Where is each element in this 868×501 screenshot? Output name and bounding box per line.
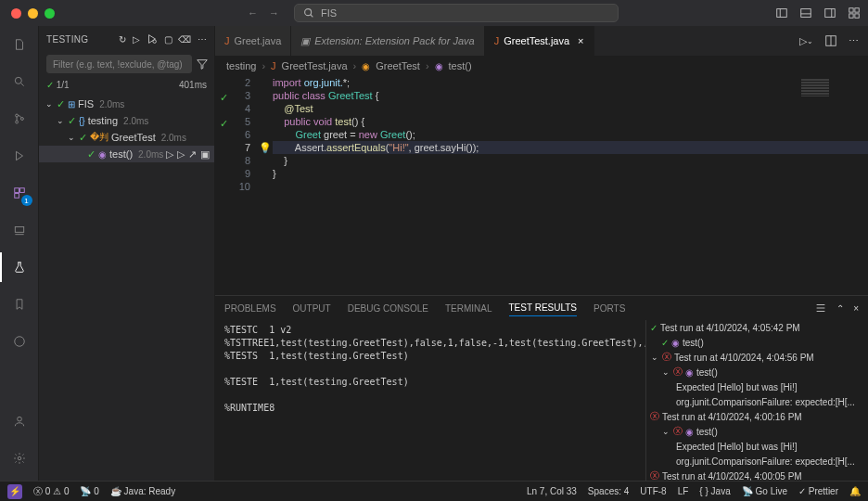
editor-tabs: JGreet.java ▣Extension: Extension Pack f… [215, 26, 868, 56]
panel-tab-output[interactable]: OUTPUT [293, 301, 331, 316]
stop-icon[interactable]: ▢ [164, 32, 172, 45]
test-result-row[interactable]: ✓◉test() [646, 335, 868, 350]
split-editor-icon[interactable] [824, 34, 837, 47]
test-run-row[interactable]: ⓧTest run at 4/10/2024, 4:00:05 PM [646, 469, 868, 481]
panel-maximize-icon[interactable]: ⌃ [836, 302, 844, 315]
title-bar: ← → FIS [0, 0, 868, 26]
status-position[interactable]: Ln 7, Col 33 [527, 486, 577, 496]
test-run-row[interactable]: ⓧTest run at 4/10/2024, 4:00:16 PM [646, 409, 868, 424]
testing-sidebar: TESTING ↻ ▷ ▢ ⌫ ⋯ Filter (e.g. text, !ex… [39, 26, 215, 481]
remote-indicator[interactable]: ⚡ [7, 484, 22, 499]
status-spaces[interactable]: Spaces: 4 [588, 486, 629, 496]
search-view-icon[interactable] [8, 71, 31, 93]
status-java[interactable]: ☕ Java: Ready [110, 486, 175, 496]
status-prettier[interactable]: ✓ Prettier [798, 486, 838, 496]
svg-point-0 [305, 9, 312, 16]
more-actions-icon[interactable]: ⋯ [198, 32, 207, 45]
coverage-icon[interactable]: ▣ [200, 148, 210, 161]
run-test-icon[interactable]: ▷ [166, 148, 173, 161]
status-eol[interactable]: LF [678, 486, 689, 496]
goto-test-icon[interactable]: ↗ [188, 148, 197, 161]
tree-package[interactable]: ⌄ ✓ {} testing 2.0ms [39, 112, 214, 129]
test-result-row[interactable]: ⌄ⓧ◉test() [646, 424, 868, 439]
test-result-row[interactable]: ⌄ⓧ◉test() [646, 365, 868, 379]
status-problems[interactable]: ⓧ 0 ⚠ 0 [33, 485, 69, 498]
fail-icon: ⓧ [673, 425, 683, 438]
test-output[interactable]: %TESTC 1 v2 %TSTTREE1,test(testing.Greet… [215, 320, 645, 481]
testing-icon[interactable] [8, 256, 31, 278]
minimap[interactable] [801, 78, 857, 96]
status-golive[interactable]: 📡 Go Live [742, 486, 787, 496]
clear-results-icon[interactable]: ⌫ [178, 32, 191, 45]
tab-extension[interactable]: ▣Extension: Extension Pack for Java [291, 26, 484, 56]
panel-tab-ports[interactable]: PORTS [594, 301, 625, 316]
panel-tab-results[interactable]: TEST RESULTS [509, 300, 578, 316]
pass-icon: ✓ [661, 338, 669, 348]
lightbulb-icon[interactable]: 💡 [259, 142, 272, 154]
run-message[interactable]: Expected [Hello] but was [Hi!] [646, 379, 868, 394]
nav-back-icon[interactable]: ← [248, 7, 258, 19]
run-message[interactable]: org.junit.ComparisonFailure: expected:[H… [646, 454, 868, 469]
bookmarks-icon[interactable] [8, 293, 31, 315]
remote-icon[interactable] [8, 219, 31, 241]
status-bell-icon[interactable]: 🔔 [849, 486, 861, 496]
close-tab-icon[interactable]: × [578, 35, 583, 46]
accounts-icon[interactable] [8, 410, 31, 432]
debug-all-icon[interactable] [146, 32, 159, 45]
chevron-down-icon: ⌄ [661, 367, 670, 377]
explorer-icon[interactable] [8, 33, 31, 56]
test-runs-list: ✓Test run at 4/10/2024, 4:05:42 PM✓◉test… [645, 320, 868, 481]
layout-primary-icon[interactable] [775, 6, 788, 19]
panel-list-icon[interactable] [814, 302, 827, 315]
tree-class[interactable]: ⌄ ✓ �判 GreetTest 2.0ms [39, 129, 214, 146]
editor-group: JGreet.java ▣Extension: Extension Pack f… [215, 26, 868, 481]
breadcrumbs[interactable]: testing› JGreetTest.java› ◉GreetTest› ◉t… [215, 56, 868, 76]
more-editor-icon[interactable]: ⋯ [849, 35, 859, 47]
run-all-icon[interactable]: ▷ [133, 32, 140, 45]
refresh-icon[interactable]: ↻ [119, 32, 126, 45]
filter-icon[interactable] [196, 58, 209, 71]
panel-tab-debug[interactable]: DEBUG CONSOLE [348, 301, 428, 316]
command-center[interactable]: FIS [294, 4, 619, 22]
filter-input[interactable]: Filter (e.g. text, !exclude, @tag) [46, 55, 192, 73]
svg-point-15 [15, 121, 18, 123]
source-control-icon[interactable] [8, 108, 31, 130]
run-message[interactable]: Expected [Hello] but was [Hi!] [646, 439, 868, 454]
status-ports[interactable]: 📡 0 [80, 486, 98, 496]
customize-layout-icon[interactable] [848, 6, 861, 19]
pass-gutter-icon[interactable]: ✓ [220, 118, 228, 130]
run-file-icon[interactable]: ▷⌄ [799, 35, 813, 47]
tab-greettest[interactable]: JGreetTest.java× [485, 26, 594, 56]
code-editor[interactable]: ✓✓ 2345678910 💡 import org.junit.*; publ… [215, 76, 868, 295]
github-icon[interactable] [8, 330, 31, 353]
lightbulb-gutter: 💡 [258, 76, 273, 295]
close-window[interactable] [11, 8, 21, 19]
status-bar: ⚡ ⓧ 0 ⚠ 0 📡 0 ☕ Java: Ready Ln 7, Col 33… [0, 481, 868, 501]
test-run-row[interactable]: ⌄ⓧTest run at 4/10/2024, 4:04:56 PM [646, 350, 868, 365]
code-content: import org.junit.*; public class GreetTe… [273, 76, 868, 295]
settings-gear-icon[interactable] [8, 447, 31, 469]
maximize-window[interactable] [45, 8, 55, 19]
pass-gutter-icon[interactable]: ✓ [220, 92, 228, 104]
tab-greet[interactable]: JGreet.java [215, 26, 291, 56]
run-debug-icon[interactable] [8, 145, 31, 167]
panel-tab-problems[interactable]: PROBLEMS [224, 301, 276, 316]
java-file-icon: J [271, 60, 276, 71]
status-encoding[interactable]: UTF-8 [640, 486, 666, 496]
status-language[interactable]: { } Java [699, 486, 730, 496]
minimize-window[interactable] [28, 8, 38, 19]
panel-tab-terminal[interactable]: TERMINAL [445, 301, 492, 316]
test-run-row[interactable]: ✓Test run at 4/10/2024, 4:05:42 PM [646, 320, 868, 335]
panel-close-icon[interactable]: × [853, 302, 859, 315]
debug-test-icon[interactable]: ▷ [177, 148, 185, 161]
extensions-icon[interactable]: 1 [8, 182, 31, 204]
run-message[interactable]: org.junit.ComparisonFailure: expected:[H… [646, 394, 868, 409]
method-icon: ◉ [98, 149, 107, 160]
tree-root[interactable]: ⌄ ✓ ⊞ FIS 2.0ms [39, 96, 214, 112]
layout-secondary-icon[interactable] [823, 6, 836, 19]
nav-forward-icon[interactable]: → [269, 7, 279, 19]
pass-icon: ✓ [57, 98, 65, 110]
layout-panel-icon[interactable] [799, 6, 812, 19]
svg-point-22 [14, 337, 24, 347]
tree-method[interactable]: ✓ ◉ test() 2.0ms ▷ ▷ ↗ ▣ [39, 146, 214, 162]
